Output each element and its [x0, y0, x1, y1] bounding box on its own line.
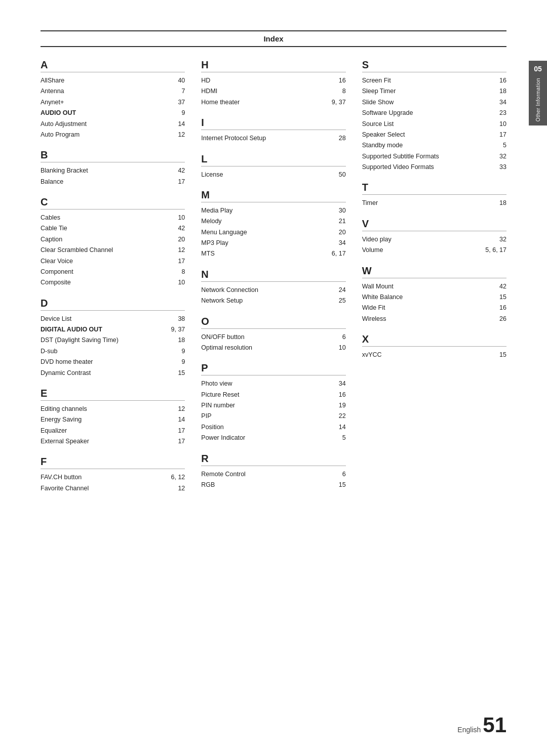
index-entry: Home theater9, 37 [201, 97, 345, 108]
index-entry: Optimal resolution10 [201, 343, 345, 353]
entry-name: Video play [362, 235, 392, 244]
entry-page: 9, 37 [171, 325, 185, 334]
section-F: FFAV.CH button6, 12Favorite Channel12 [41, 456, 185, 494]
entry-name: White Balance [362, 292, 403, 302]
index-entry: Software Upgrade23 [362, 108, 506, 118]
index-entry: Melody21 [201, 216, 345, 227]
column-1: HHD16HDMI8Home theater9, 37IInternet Pro… [201, 59, 345, 503]
entry-page: 15 [499, 350, 506, 360]
entry-page: 18 [499, 87, 506, 96]
index-entry: Editing channels12 [41, 404, 185, 414]
section-P: PPhoto view34Picture Reset16PIN number19… [201, 362, 345, 443]
index-entry: Blanking Bracket42 [41, 165, 185, 176]
index-entry: PIP22 [201, 411, 345, 422]
index-entry: Menu Language20 [201, 227, 345, 238]
entry-page: 21 [339, 217, 346, 226]
entry-name: Melody [201, 217, 221, 226]
section-O: OON/OFF button6Optimal resolution10 [201, 316, 345, 354]
footer-page-number: 51 [483, 715, 506, 736]
entry-page: 8 [342, 87, 346, 96]
entry-page: 17 [499, 130, 506, 140]
index-entry: Screen Fit16 [362, 75, 506, 86]
index-grid: AAllShare40Antenna7Anynet+37AUDIO OUT9Au… [41, 59, 506, 503]
section-header-R: R [201, 453, 345, 466]
entry-name: DVD home theater [41, 357, 93, 367]
index-entry: FAV.CH button6, 12 [41, 472, 185, 483]
column-0: AAllShare40Antenna7Anynet+37AUDIO OUT9Au… [41, 59, 185, 503]
entry-page: 37 [178, 98, 185, 107]
entry-page: 42 [178, 166, 185, 176]
section-header-S: S [362, 59, 506, 72]
entry-name: Home theater [201, 98, 240, 107]
entry-name: Energy Saving [41, 415, 82, 425]
entry-name: PIP [201, 411, 211, 421]
index-entry: Position14 [201, 422, 345, 433]
index-entry: Photo view34 [201, 379, 345, 389]
index-entry: Energy Saving14 [41, 414, 185, 425]
section-B: BBlanking Bracket42Balance17 [41, 149, 185, 187]
entry-page: 5 [342, 433, 346, 443]
index-entry: DVD home theater9 [41, 357, 185, 367]
side-tab: 05 Other Information [529, 61, 547, 125]
index-entry: PIN number19 [201, 400, 345, 411]
entry-name: Component [41, 267, 73, 277]
index-entry: Cable Tie42 [41, 223, 185, 234]
page-container: 05 Other Information Index AAllShare40An… [0, 0, 547, 756]
entry-name: D-sub [41, 347, 57, 356]
entry-page: 17 [178, 257, 185, 266]
entry-name: Menu Language [201, 228, 247, 237]
entry-name: xvYCC [362, 350, 382, 360]
entry-name: External Speaker [41, 437, 89, 446]
index-entry: Video play32 [362, 234, 506, 245]
index-entry: ON/OFF button6 [201, 332, 345, 343]
entry-name: AUDIO OUT [41, 108, 76, 118]
entry-page: 23 [499, 108, 506, 118]
entry-page: 7 [181, 87, 185, 96]
entry-page: 12 [178, 130, 185, 140]
entry-page: 16 [339, 390, 346, 400]
index-entry: Power Indicator5 [201, 433, 345, 443]
index-entry: HD16 [201, 75, 345, 86]
entry-page: 5 [503, 141, 506, 150]
footer: English 51 [457, 715, 506, 736]
entry-name: MP3 Play [201, 238, 228, 248]
index-entry: License50 [201, 170, 345, 180]
index-entry: Component8 [41, 267, 185, 277]
entry-page: 14 [178, 415, 185, 425]
section-header-F: F [41, 456, 185, 469]
section-header-V: V [362, 218, 506, 231]
entry-page: 18 [499, 198, 506, 208]
entry-name: Internet Protocol Setup [201, 134, 266, 143]
entry-name: Optimal resolution [201, 343, 252, 353]
index-entry: Caption20 [41, 234, 185, 245]
entry-name: Media Play [201, 206, 232, 216]
section-R: RRemote Control6RGB15 [201, 453, 345, 491]
entry-name: Software Upgrade [362, 108, 413, 118]
index-entry: Dynamic Contrast15 [41, 368, 185, 379]
index-entry: RGB15 [201, 480, 345, 490]
entry-name: Composite [41, 278, 71, 287]
entry-page: 28 [339, 134, 346, 143]
entry-page: 16 [499, 303, 506, 313]
entry-page: 12 [178, 404, 185, 414]
section-M: MMedia Play30Melody21Menu Language20MP3 … [201, 189, 345, 260]
entry-page: 17 [178, 177, 185, 187]
entry-page: 34 [339, 379, 346, 389]
index-entry: Sleep Timer18 [362, 86, 506, 97]
entry-name: Screen Fit [362, 76, 391, 86]
entry-page: 50 [339, 170, 346, 180]
entry-page: 12 [178, 484, 185, 493]
index-entry: Media Play30 [201, 205, 345, 216]
entry-name: Cables [41, 213, 60, 223]
entry-page: 6 [342, 470, 346, 479]
entry-name: AllShare [41, 76, 64, 86]
index-entry: Picture Reset16 [201, 390, 345, 400]
index-entry: Clear Voice17 [41, 256, 185, 267]
section-header-C: C [41, 196, 185, 209]
entry-page: 9 [181, 357, 185, 367]
entry-page: 17 [178, 426, 185, 436]
entry-page: 32 [499, 152, 506, 161]
index-entry: Anynet+37 [41, 97, 185, 108]
section-header-M: M [201, 189, 345, 202]
index-entry: Internet Protocol Setup28 [201, 133, 345, 144]
